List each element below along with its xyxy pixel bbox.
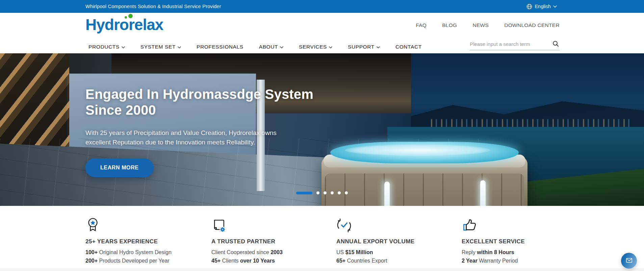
- feature-card: ANNUAL EXPORT VOLUMEUS $15 Million65+ Co…: [336, 217, 462, 268]
- feature-line: US $15 Million: [336, 248, 452, 256]
- hero-bg-sky: [411, 53, 644, 124]
- search-box: [470, 38, 560, 50]
- nav-item-label: SUPPORT: [348, 44, 375, 50]
- features-section: 25+ YEARS EXPERIENCE100+ Original Hydro …: [0, 206, 644, 268]
- carousel-dot[interactable]: [338, 191, 341, 194]
- utility-link-faq[interactable]: FAQ: [416, 22, 427, 28]
- hero-bg-paver-lines: [0, 138, 483, 206]
- logo-text: Hydrorelax: [85, 16, 163, 33]
- chat-widget-button[interactable]: [621, 253, 637, 269]
- utility-link-blog[interactable]: BLOG: [442, 22, 457, 28]
- carousel-dots: [0, 191, 644, 194]
- refresh-check-icon: [336, 217, 353, 234]
- search-input[interactable]: [470, 41, 552, 47]
- nav-item-label: SYSTEM SET: [140, 44, 176, 50]
- nav-item-about[interactable]: ABOUT: [259, 44, 283, 50]
- chevron-down-icon: [280, 46, 283, 49]
- carousel-dot[interactable]: [324, 191, 327, 194]
- hero-bg-pool: [387, 127, 644, 181]
- language-switcher[interactable]: English: [526, 4, 557, 9]
- hero-banner: Engaged In Hydromassdge System Since 200…: [0, 53, 644, 206]
- chevron-down-icon: [377, 46, 380, 49]
- nav-item-professionals[interactable]: PROFESSIONALS: [197, 44, 243, 50]
- hero-bg-stairs: [0, 53, 69, 178]
- carousel-dot-active[interactable]: [296, 192, 312, 194]
- nav-item-label: ABOUT: [259, 44, 278, 50]
- feature-line: Reply within 8 Hours: [462, 248, 634, 256]
- utility-link-download-center[interactable]: DOWNLOAD CENTER: [504, 22, 560, 28]
- document-gear-icon: [211, 217, 228, 234]
- carousel-dot[interactable]: [345, 191, 348, 194]
- chevron-down-icon: [329, 46, 332, 49]
- hero-bg-citylights: [431, 119, 634, 128]
- hero-hot-tub-image: [321, 141, 527, 206]
- logo-dot-big: [128, 14, 133, 18]
- thumbs-up-icon: [462, 217, 478, 234]
- chevron-down-icon: [178, 46, 181, 49]
- nav-item-products[interactable]: PRODUCTS: [88, 44, 125, 50]
- feature-line: 45+ Clients over 10 Years: [211, 256, 326, 265]
- nav-item-label: CONTACT: [395, 44, 422, 50]
- search-icon[interactable]: [552, 40, 560, 49]
- logo-dot-small: [125, 16, 127, 19]
- envelope-icon: [625, 256, 633, 265]
- feature-title: A TRUSTED PARTNER: [211, 238, 326, 245]
- feature-line: 200+ Products Developed per Year: [85, 256, 201, 265]
- learn-more-button[interactable]: LEARN MORE: [85, 158, 154, 177]
- site-header: Hydrorelax FAQBLOGNEWSDOWNLOAD CENTER PR…: [0, 13, 644, 53]
- logo[interactable]: Hydrorelax: [85, 17, 163, 32]
- feature-title: 25+ YEARS EXPERIENCE: [85, 238, 201, 245]
- site-tagline: Whirlpool Components Solution & Industri…: [85, 4, 221, 9]
- chevron-down-icon: [122, 46, 125, 49]
- carousel-dot[interactable]: [316, 191, 319, 194]
- award-medal-icon: [85, 217, 102, 234]
- feature-line: 2 Year Warranty Period: [462, 256, 634, 265]
- utility-link-news[interactable]: NEWS: [472, 22, 489, 28]
- feature-card: 25+ YEARS EXPERIENCE100+ Original Hydro …: [85, 217, 211, 268]
- feature-card: A TRUSTED PARTNERClient Cooperated since…: [211, 217, 336, 268]
- utility-nav: FAQBLOGNEWSDOWNLOAD CENTER: [416, 22, 560, 28]
- language-label: English: [535, 4, 551, 9]
- topbar: Whirlpool Components Solution & Industri…: [0, 0, 644, 13]
- nav-item-services[interactable]: SERVICES: [299, 44, 332, 50]
- globe-icon: [526, 4, 532, 9]
- nav-item-label: PRODUCTS: [88, 44, 120, 50]
- main-nav: PRODUCTSSYSTEM SETPROFESSIONALSABOUTSERV…: [88, 44, 422, 50]
- nav-item-support[interactable]: SUPPORT: [348, 44, 380, 50]
- nav-item-label: SERVICES: [299, 44, 327, 50]
- nav-item-system-set[interactable]: SYSTEM SET: [140, 44, 181, 50]
- nav-item-contact[interactable]: CONTACT: [395, 44, 422, 50]
- feature-title: ANNUAL EXPORT VOLUME: [336, 238, 452, 245]
- chevron-down-icon: [553, 5, 557, 8]
- hero-bg-grass: [455, 169, 644, 206]
- carousel-dot[interactable]: [331, 191, 334, 194]
- nav-item-label: PROFESSIONALS: [197, 44, 243, 50]
- feature-line: 100+ Original Hydro System Design: [85, 248, 201, 256]
- hero-content: Engaged In Hydromassdge System Since 200…: [85, 86, 313, 177]
- hero-bg-mountain: [411, 94, 644, 131]
- feature-line: Client Cooperated since 2003: [211, 248, 326, 256]
- feature-title: EXCELLENT SERVICE: [462, 238, 634, 245]
- next-section-strip: [0, 268, 644, 271]
- feature-line: 65+ Countries Export: [336, 256, 452, 265]
- feature-card: EXCELLENT SERVICEReply within 8 Hours2 Y…: [462, 217, 644, 268]
- hero-title: Engaged In Hydromassdge System Since 200…: [85, 86, 313, 118]
- hero-description: With 25 years of Precipitation and Value…: [85, 128, 288, 147]
